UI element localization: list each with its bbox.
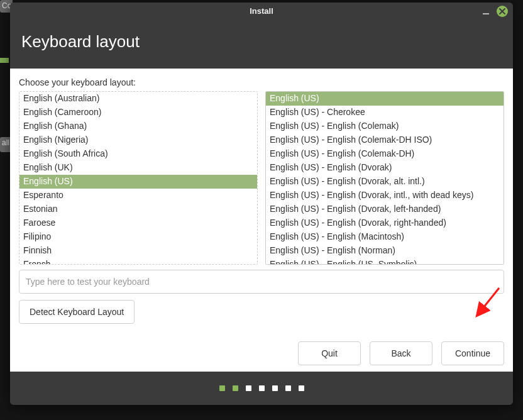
prompt-label: Choose your keyboard layout: [19, 77, 504, 87]
layout-item[interactable]: English (South Africa) [19, 147, 257, 161]
layout-item[interactable]: Esperanto [19, 189, 257, 202]
layout-item[interactable]: Estonian [19, 202, 257, 216]
detect-layout-button[interactable]: Detect Keyboard Layout [19, 300, 135, 324]
pager-dot [246, 385, 251, 391]
quit-button[interactable]: Quit [298, 341, 361, 365]
test-input-row [19, 270, 504, 294]
layout-item[interactable]: English (Australian) [19, 92, 257, 106]
variant-item[interactable]: English (US) - Cherokee [266, 106, 504, 119]
variant-item[interactable]: English (US) - English (Dvorak, intl., w… [266, 189, 504, 202]
titlebar: Install [10, 3, 513, 20]
back-button[interactable]: Back [370, 341, 432, 365]
close-button[interactable] [497, 6, 508, 17]
content-area: Choose your keyboard layout: English (Au… [10, 69, 513, 372]
pager-dot [285, 385, 291, 391]
layout-item[interactable]: English (US) [19, 175, 257, 189]
variant-item[interactable]: English (US) - English (Colemak) [266, 119, 504, 133]
pager-dot [233, 385, 238, 391]
variant-item[interactable]: English (US) - English (Dvorak) [266, 161, 504, 175]
variant-item[interactable]: English (US) - English (Colemak-DH ISO) [266, 133, 504, 147]
pager-dot [219, 385, 225, 391]
page-title: Keyboard layout [21, 32, 140, 52]
progress-pager [10, 372, 513, 405]
page-header: Keyboard layout [10, 20, 513, 69]
pager-dot [259, 385, 265, 391]
layouts-listbox[interactable]: English (Australian)English (Cameroon)En… [19, 91, 258, 265]
detect-row: Detect Keyboard Layout [19, 300, 504, 324]
variant-item[interactable]: English (US) [266, 92, 504, 106]
variant-item[interactable]: English (US) - English (US, Symbolic) [266, 258, 504, 265]
layout-item[interactable]: English (Nigeria) [19, 133, 257, 147]
layout-item[interactable]: French [19, 258, 257, 265]
window-title: Install [250, 6, 273, 16]
layout-lists-row: English (Australian)English (Cameroon)En… [19, 91, 504, 265]
layout-item[interactable]: Faroese [19, 216, 257, 230]
minimize-icon [483, 13, 489, 14]
pager-dot [299, 385, 304, 391]
minimize-button[interactable] [480, 5, 492, 16]
close-icon [499, 8, 505, 14]
layout-item[interactable]: English (Ghana) [19, 119, 257, 133]
keyboard-test-input[interactable] [19, 270, 504, 294]
layout-item[interactable]: Filipino [19, 230, 257, 244]
variant-item[interactable]: English (US) - English (Colemak-DH) [266, 147, 504, 161]
variant-item[interactable]: English (US) - English (Dvorak, left-han… [266, 202, 504, 216]
variant-item[interactable]: English (US) - English (Dvorak, right-ha… [266, 216, 504, 230]
variants-listbox[interactable]: English (US)English (US) - CherokeeEngli… [265, 91, 504, 265]
layout-item[interactable]: English (UK) [19, 161, 257, 175]
continue-button[interactable]: Continue [441, 341, 504, 365]
desktop-fragment-green [0, 58, 9, 63]
variant-item[interactable]: English (US) - English (Norman) [266, 244, 504, 258]
layout-item[interactable]: Finnish [19, 244, 257, 258]
variant-item[interactable]: English (US) - English (Macintosh) [266, 230, 504, 244]
installer-window: Install Keyboard layout Choose your keyb… [10, 3, 513, 405]
layout-item[interactable]: English (Cameroon) [19, 106, 257, 119]
pager-dot [272, 385, 278, 391]
footer-buttons: Quit Back Continue [19, 324, 504, 365]
variant-item[interactable]: English (US) - English (Dvorak, alt. int… [266, 175, 504, 189]
